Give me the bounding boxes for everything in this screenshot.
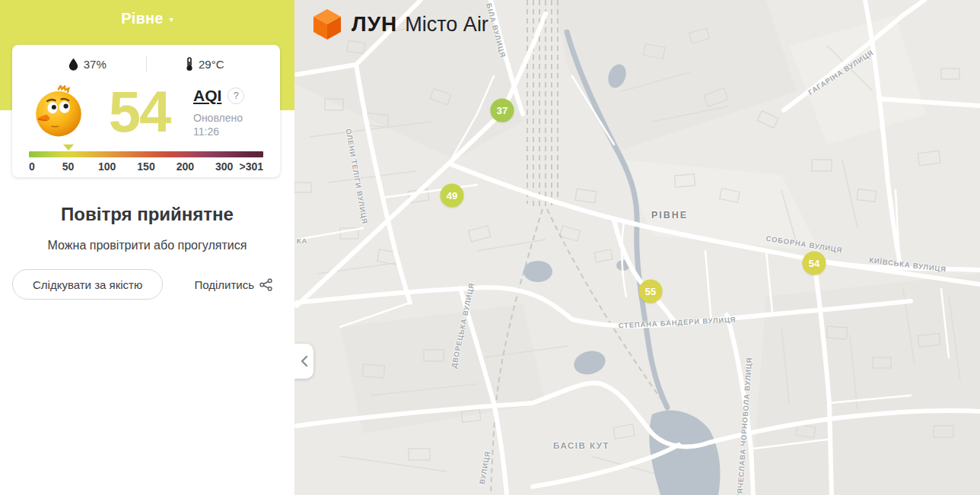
- logo-product: Місто Air: [405, 13, 488, 36]
- follow-quality-button[interactable]: Слідкувати за якістю: [12, 269, 163, 300]
- scale-tick-label: 150: [137, 160, 154, 173]
- aqi-info-link[interactable]: AQI: [193, 87, 221, 105]
- droplet-icon: [68, 58, 78, 71]
- aqi-map-marker[interactable]: 55: [639, 280, 663, 303]
- scale-tick-label: 50: [62, 160, 75, 173]
- humidity-stat: 37%: [29, 58, 146, 71]
- updated-status: Оновлено 11:26: [193, 111, 263, 138]
- aqi-map-marker[interactable]: 54: [803, 252, 826, 275]
- aqi-card: 37% 29°C: [12, 45, 280, 177]
- temperature-stat: 29°C: [147, 57, 264, 71]
- temperature-value: 29°C: [199, 58, 224, 71]
- lun-cube-icon: [312, 8, 342, 41]
- updated-label: Оновлено: [193, 111, 263, 125]
- air-quality-mascot: [32, 85, 85, 138]
- updated-time: 11:26: [193, 125, 263, 138]
- collapse-sidebar-button[interactable]: [294, 344, 313, 379]
- share-label: Поділитись: [194, 278, 254, 291]
- share-icon: [259, 278, 272, 291]
- status-subtitle: Можна провітрити або прогулятися: [0, 239, 294, 252]
- area-label: БАСІВ КУТ: [553, 441, 609, 450]
- thermometer-icon: [186, 57, 193, 71]
- help-button[interactable]: ?: [228, 87, 244, 104]
- aqi-scale-labels: 050100150200300>301: [29, 160, 263, 174]
- share-button[interactable]: Поділитись: [194, 278, 272, 291]
- aqi-map-marker[interactable]: 37: [491, 99, 514, 122]
- map-base-layer: [294, 0, 980, 495]
- scale-pointer-icon: [63, 144, 74, 151]
- chevron-down-icon: ▾: [170, 15, 173, 24]
- scale-tick-label: 200: [177, 160, 194, 173]
- chevron-left-icon: [301, 355, 308, 367]
- logo: ЛУН Місто Air: [312, 8, 488, 41]
- aqi-gradient-bar: [29, 151, 263, 157]
- aqi-scale: 050100150200300>301: [29, 151, 263, 174]
- city-label: РІВНЕ: [651, 210, 688, 221]
- city-selector[interactable]: Рівне ▾: [0, 0, 294, 36]
- logo-brand: ЛУН: [352, 12, 397, 36]
- street-label: КА: [297, 236, 307, 245]
- scale-tick-label: 0: [29, 160, 35, 173]
- aqi-map-marker[interactable]: 49: [441, 184, 464, 208]
- scale-tick-label: 300: [215, 160, 233, 173]
- humidity-value: 37%: [84, 58, 107, 71]
- aqi-value: 54: [85, 81, 193, 142]
- map-canvas[interactable]: БІЛА ВУЛИЦЯОЛЕНИ ТЕЛІГИ ВУЛИЦЯДВОРЕЦЬКА …: [294, 0, 980, 495]
- scale-tick-label: 100: [98, 160, 116, 173]
- scale-tick-label: >301: [239, 160, 263, 173]
- sidebar: Рівне ▾ 37% 29°C: [0, 0, 294, 495]
- status-title: Повітря прийнятне: [0, 204, 294, 225]
- city-name: Рівне: [121, 10, 163, 27]
